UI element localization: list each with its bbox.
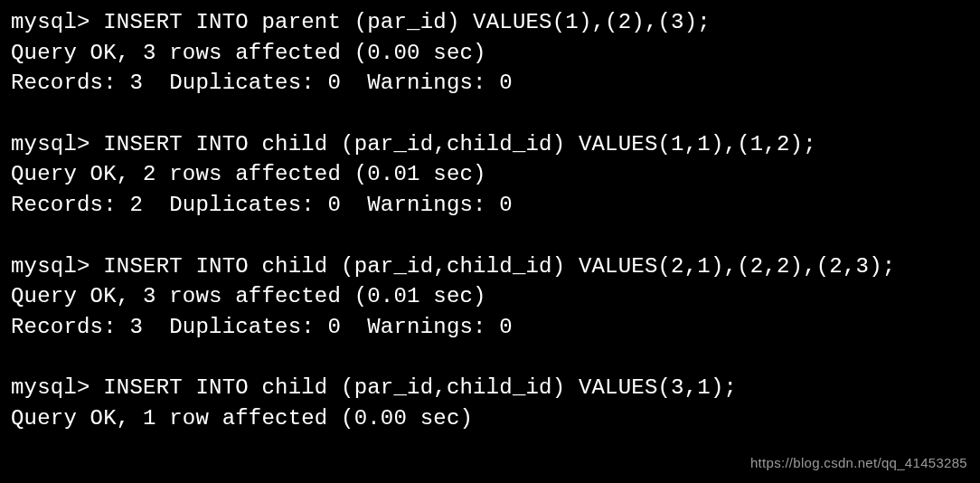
query-block: mysql> INSERT INTO child (par_id,child_i… — [11, 251, 969, 343]
watermark-text: https://blog.csdn.net/qq_41453285 — [750, 453, 967, 472]
sql-command: INSERT INTO parent (par_id) VALUES(1),(2… — [103, 10, 711, 34]
result-line: Query OK, 3 rows affected (0.00 sec) — [11, 38, 969, 69]
query-block: mysql> INSERT INTO parent (par_id) VALUE… — [11, 7, 969, 99]
query-block: mysql> INSERT INTO child (par_id,child_i… — [11, 373, 969, 433]
query-block: mysql> INSERT INTO child (par_id,child_i… — [11, 129, 969, 221]
mysql-prompt: mysql> — [11, 10, 103, 34]
result-line: Query OK, 1 row affected (0.00 sec) — [11, 403, 969, 434]
sql-command: INSERT INTO child (par_id,child_id) VALU… — [103, 375, 737, 400]
command-line: mysql> INSERT INTO child (par_id,child_i… — [11, 251, 969, 282]
mysql-prompt: mysql> — [11, 132, 103, 156]
stats-line: Records: 3 Duplicates: 0 Warnings: 0 — [11, 68, 969, 99]
terminal-output: mysql> INSERT INTO parent (par_id) VALUE… — [11, 7, 969, 434]
result-line: Query OK, 2 rows affected (0.01 sec) — [11, 159, 969, 190]
sql-command: INSERT INTO child (par_id,child_id) VALU… — [103, 254, 895, 279]
sql-command: INSERT INTO child (par_id,child_id) VALU… — [103, 132, 816, 156]
mysql-prompt: mysql> — [11, 254, 103, 279]
command-line: mysql> INSERT INTO child (par_id,child_i… — [11, 373, 969, 403]
command-line: mysql> INSERT INTO parent (par_id) VALUE… — [11, 7, 969, 38]
stats-line: Records: 2 Duplicates: 0 Warnings: 0 — [11, 190, 969, 221]
mysql-prompt: mysql> — [11, 375, 103, 400]
result-line: Query OK, 3 rows affected (0.01 sec) — [11, 281, 969, 312]
command-line: mysql> INSERT INTO child (par_id,child_i… — [11, 129, 969, 160]
stats-line: Records: 3 Duplicates: 0 Warnings: 0 — [11, 312, 969, 343]
